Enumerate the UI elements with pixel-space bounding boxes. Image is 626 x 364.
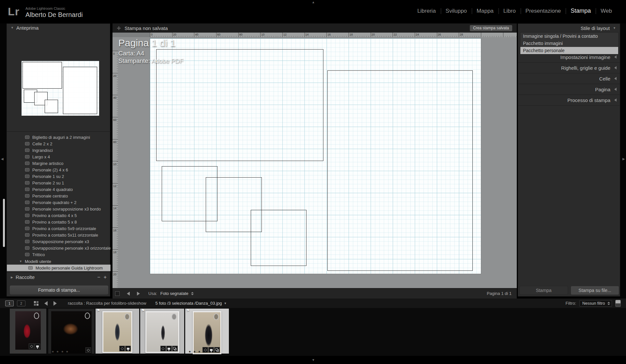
thumbnail-photo[interactable]	[102, 311, 132, 353]
panel-section-header[interactable]: Righelli, griglie e guide	[518, 63, 620, 73]
filmstrip-source-breadcrumb[interactable]: raccolta : Raccolta per fotolibro-slides…	[68, 301, 146, 306]
badge-tag-icon[interactable]	[160, 346, 166, 351]
template-list-item[interactable]: Personale centrato	[7, 193, 111, 199]
use-selector[interactable]: Foto segnalate	[160, 291, 188, 296]
template-list-item-selected[interactable]: Modello personale Guida Lightroom	[7, 265, 111, 271]
module-tab[interactable]: Web	[596, 8, 617, 14]
filmstrip-selection-status[interactable]: 5 foto /3 selezionata /Danza_03.jpg	[156, 301, 222, 306]
template-list-item[interactable]: Provino a contatto 5x9 orizzontale	[7, 225, 111, 232]
preview-panel-header[interactable]: ▼ Anteprima	[7, 24, 110, 32]
star-rating[interactable]: ★ ★ ★ ★	[13, 350, 31, 353]
filter-dropdown[interactable]: Nessun filtro	[579, 300, 612, 307]
collections-panel-header[interactable]: ▶ Raccolte − +	[7, 272, 111, 282]
panel-section-header[interactable]: Pagina	[518, 84, 620, 95]
chevron-down-icon[interactable]: ▼	[224, 302, 227, 305]
collection-badge-icon[interactable]	[125, 313, 130, 320]
template-list-item[interactable]: Personale 2 su 1	[7, 180, 111, 186]
module-tab[interactable]: Libreria	[412, 8, 441, 14]
filmstrip-thumbnail[interactable]: ⚑ ★ ★ ★ ★	[48, 309, 95, 354]
second-window-button[interactable]: 2	[17, 300, 25, 306]
template-list-item[interactable]: Personale (2) 4 x 6	[7, 167, 111, 173]
template-list-item[interactable]: Personale sovrapposizione x3 bordo	[7, 206, 111, 212]
filmstrip-forward-button[interactable]	[53, 301, 57, 306]
template-list-item[interactable]: Trittico	[7, 251, 111, 258]
thumbnail-photo[interactable]	[193, 311, 221, 354]
template-list-item[interactable]: Personale 4 quadrato	[7, 186, 111, 193]
filter-toggle-switch[interactable]	[615, 300, 621, 307]
module-tab[interactable]: Stampa	[566, 7, 596, 14]
collection-badge-icon[interactable]	[171, 313, 177, 320]
template-list-item[interactable]: Margine artistico	[7, 160, 111, 167]
collapse-left-panel-icon[interactable]: ◀	[1, 157, 4, 161]
template-list-item[interactable]: Ingrandisci	[7, 147, 111, 153]
badge-pin-icon[interactable]	[208, 347, 214, 353]
toolbar-checkbox[interactable]	[115, 291, 120, 296]
badge-copy-icon[interactable]	[214, 347, 220, 353]
badge-tag-icon[interactable]	[85, 347, 91, 353]
template-list-item[interactable]: Personale 1 su 2	[7, 173, 111, 180]
template-list-item[interactable]: Biglietto di auguri a 2 immagini	[7, 134, 111, 140]
add-collection-button[interactable]: +	[104, 274, 107, 280]
filmstrip-thumbnail[interactable]: ⚑ ★ ★ ★	[185, 309, 229, 354]
badge-tag-icon[interactable]	[119, 346, 125, 351]
user-templates-group-header[interactable]: ▼ Modelli utente	[7, 258, 111, 265]
print-to-file-button[interactable]: Stampa su file...	[571, 286, 619, 295]
filmstrip-back-button[interactable]	[44, 301, 48, 306]
flag-icon[interactable]: ⚑	[141, 308, 145, 313]
badge-pin-icon[interactable]	[166, 346, 172, 351]
panel-section-header[interactable]: Celle	[518, 73, 620, 84]
module-tab[interactable]: Libro	[499, 8, 521, 14]
template-list-item[interactable]: Provino a contatto 5x11 orizzontale	[7, 232, 111, 238]
layout-cell[interactable]	[327, 70, 473, 271]
collapse-top-panel-icon[interactable]: ▲	[312, 1, 315, 4]
layout-cell[interactable]	[156, 49, 323, 161]
star-rating[interactable]: ★ ★ ★	[188, 350, 201, 353]
badge-tag-icon[interactable]	[202, 347, 208, 353]
layout-cell[interactable]	[251, 210, 306, 266]
template-list-item[interactable]: Provino a contatto 5 x 8	[7, 219, 111, 225]
module-tab[interactable]: Mappa	[472, 8, 499, 14]
filmstrip-thumbnail[interactable]: ⚑ ★ ★ ★ ★	[10, 309, 46, 354]
collection-badge-icon[interactable]	[34, 313, 39, 319]
layout-style-option[interactable]: Immagine singola / Provini a contatto	[520, 33, 618, 40]
template-list-item[interactable]: Personale quadrato + 2	[7, 199, 111, 206]
template-list-item[interactable]: Largo x 4	[7, 153, 111, 160]
thumbnail-photo[interactable]	[145, 311, 179, 353]
badge-copy-icon[interactable]	[172, 346, 178, 351]
page-setup-button[interactable]: Formato di stampa...	[9, 285, 109, 295]
panel-section-header[interactable]: Processo di stampa	[518, 95, 620, 106]
filmstrip-thumbnail[interactable]: ⚑	[96, 309, 139, 354]
flag-icon[interactable]: ⚑	[97, 308, 100, 313]
collapse-right-panel-icon[interactable]: ▶	[622, 157, 625, 161]
filmstrip-thumbnail[interactable]: ⚑	[140, 309, 184, 354]
collection-badge-icon[interactable]	[85, 313, 90, 319]
collection-badge-icon[interactable]	[214, 313, 219, 320]
print-button[interactable]: Stampa	[519, 286, 568, 295]
create-saved-print-button[interactable]: Crea stampa salvata	[470, 25, 512, 31]
next-page-button[interactable]	[137, 292, 140, 296]
layout-style-option[interactable]: Pacchetto immagini	[520, 40, 618, 47]
flag-icon[interactable]: ⚑	[186, 308, 190, 313]
remove-collection-button[interactable]: −	[97, 274, 100, 280]
module-tab[interactable]: Sviluppo	[441, 8, 472, 14]
template-list-item[interactable]: Sovrapposizione personale x3 orizzontale	[7, 245, 111, 251]
grid-view-icon[interactable]	[34, 301, 38, 306]
module-tab[interactable]: Presentazione	[521, 8, 566, 14]
layout-style-header[interactable]: Stile di layout ▼	[518, 24, 620, 32]
thumbnail-photo[interactable]	[15, 311, 41, 350]
use-selector-spinner-icon[interactable]	[191, 292, 194, 295]
badge-tag-icon[interactable]	[29, 343, 34, 349]
template-list-item[interactable]: Celle 2 x 2	[7, 140, 111, 147]
star-rating[interactable]: ★ ★ ★ ★	[52, 350, 69, 353]
panel-section-header[interactable]: Impostazioni immagine	[518, 52, 620, 63]
left-panel-scrollbar[interactable]	[3, 199, 5, 247]
previous-page-button[interactable]	[127, 292, 130, 296]
print-page[interactable]	[150, 38, 481, 274]
thumbnail-photo[interactable]	[51, 311, 92, 354]
badge-pin-icon[interactable]	[35, 343, 40, 349]
template-list-item[interactable]: Provino a contatto 4 x 5	[7, 212, 111, 219]
badge-pin-icon[interactable]	[125, 346, 131, 351]
main-window-button[interactable]: 1	[5, 300, 14, 306]
collapse-filmstrip-icon[interactable]: ▼	[312, 358, 315, 362]
template-list-item[interactable]: Sovrapposizione personale x3	[7, 238, 111, 245]
